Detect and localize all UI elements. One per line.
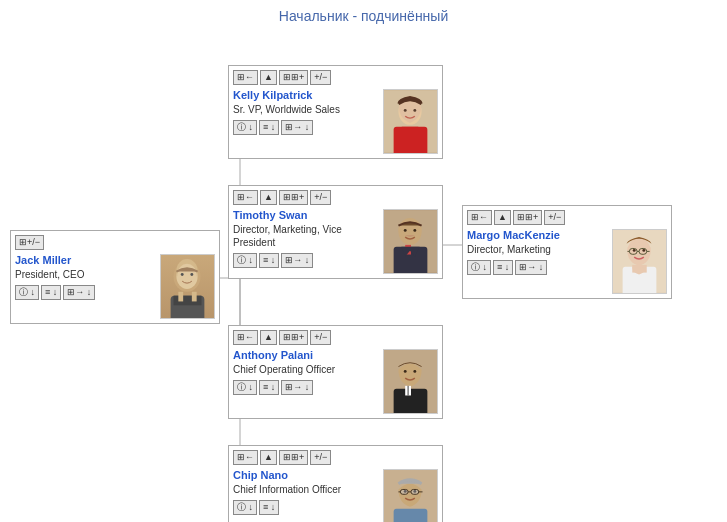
svg-point-35 <box>642 249 645 252</box>
svg-point-17 <box>177 264 196 285</box>
kelly-title: Sr. VP, Worldwide Sales <box>233 103 377 116</box>
margo-list-btn[interactable]: ≡ ↓ <box>493 260 513 275</box>
svg-rect-52 <box>400 489 408 494</box>
jack-btn-diagram[interactable]: ⊞+/− <box>15 235 44 250</box>
anthony-list-btn[interactable]: ≡ ↓ <box>259 380 279 395</box>
chip-toolbar: ⊞← ▲ ⊞⊞+ +/− <box>233 450 438 465</box>
kelly-info-btn[interactable]: ⓘ ↓ <box>233 120 257 135</box>
margo-btn-back[interactable]: ⊞← <box>467 210 492 225</box>
kelly-btn-view[interactable]: ⊞⊞+ <box>279 70 308 85</box>
timothy-btn-pm[interactable]: +/− <box>310 190 331 205</box>
timothy-info-btn[interactable]: ⓘ ↓ <box>233 253 257 268</box>
anthony-photo <box>383 349 438 414</box>
jack-name: Jack Miller <box>15 254 154 266</box>
anthony-name: Anthony Palani <box>233 349 377 361</box>
chip-title: Chief Information Officer <box>233 483 377 496</box>
timothy-btn-up[interactable]: ▲ <box>260 190 277 205</box>
kelly-tree-btn[interactable]: ⊞→ ↓ <box>281 120 313 135</box>
chip-name: Chip Nano <box>233 469 377 481</box>
svg-point-23 <box>404 109 407 112</box>
chip-btn-view[interactable]: ⊞⊞+ <box>279 450 308 465</box>
jack-info-btn[interactable]: ⓘ ↓ <box>15 285 39 300</box>
svg-rect-15 <box>178 292 183 302</box>
kelly-list-btn[interactable]: ≡ ↓ <box>259 120 279 135</box>
jack-list-btn[interactable]: ≡ ↓ <box>41 285 61 300</box>
svg-point-44 <box>404 370 407 373</box>
timothy-name: Timothy Swan <box>233 209 377 221</box>
card-chip: ⊞← ▲ ⊞⊞+ +/− Chip Nano Chief Information… <box>228 445 443 522</box>
svg-rect-25 <box>394 127 428 154</box>
margo-name: Margo MacKenzie <box>467 229 606 241</box>
timothy-btn-view[interactable]: ⊞⊞+ <box>279 190 308 205</box>
anthony-btn-up[interactable]: ▲ <box>260 330 277 345</box>
anthony-btn-pm[interactable]: +/− <box>310 330 331 345</box>
card-jack: ⊞+/− Jack Miller President, CEO ⓘ ↓ ≡ ↓ … <box>10 230 220 324</box>
anthony-toolbar: ⊞← ▲ ⊞⊞+ +/− <box>233 330 438 345</box>
chip-photo <box>383 469 438 522</box>
card-anthony: ⊞← ▲ ⊞⊞+ +/− Anthony Palani Chief Operat… <box>228 325 443 419</box>
margo-toolbar: ⊞← ▲ ⊞⊞+ +/− <box>467 210 667 225</box>
kelly-btn-back[interactable]: ⊞← <box>233 70 258 85</box>
margo-btn-view[interactable]: ⊞⊞+ <box>513 210 542 225</box>
margo-photo <box>612 229 667 294</box>
card-kelly: ⊞← ▲ ⊞⊞+ +/− Kelly Kilpatrick Sr. VP, Wo… <box>228 65 443 159</box>
timothy-title: Director, Marketing, Vice President <box>233 223 377 249</box>
org-chart: ⊞+/− Jack Miller President, CEO ⓘ ↓ ≡ ↓ … <box>0 30 727 520</box>
kelly-toolbar: ⊞← ▲ ⊞⊞+ +/− <box>233 70 438 85</box>
svg-point-18 <box>181 273 184 276</box>
card-timothy: ⊞← ▲ ⊞⊞+ +/− Timothy Swan Director, Mark… <box>228 185 443 279</box>
page-title: Начальник - подчинённый <box>0 0 727 30</box>
anthony-info-btn[interactable]: ⓘ ↓ <box>233 380 257 395</box>
jack-photo <box>160 254 215 319</box>
anthony-title: Chief Operating Officer <box>233 363 377 376</box>
svg-rect-53 <box>411 489 419 494</box>
timothy-btn-back[interactable]: ⊞← <box>233 190 258 205</box>
svg-point-24 <box>413 109 416 112</box>
kelly-btn-up[interactable]: ▲ <box>260 70 277 85</box>
timothy-list-btn[interactable]: ≡ ↓ <box>259 253 279 268</box>
timothy-tree-btn[interactable]: ⊞→ ↓ <box>281 253 313 268</box>
anthony-btn-view[interactable]: ⊞⊞+ <box>279 330 308 345</box>
jack-tree-btn[interactable]: ⊞→ ↓ <box>63 285 95 300</box>
kelly-name: Kelly Kilpatrick <box>233 89 377 101</box>
svg-rect-16 <box>192 292 197 302</box>
margo-btn-pm[interactable]: +/− <box>544 210 565 225</box>
svg-point-45 <box>413 370 416 373</box>
jack-toolbar: ⊞+/− <box>15 235 215 250</box>
svg-point-29 <box>413 229 416 232</box>
chip-list-btn[interactable]: ≡ ↓ <box>259 500 279 515</box>
margo-tree-btn[interactable]: ⊞→ ↓ <box>515 260 547 275</box>
margo-title: Director, Marketing <box>467 243 606 256</box>
timothy-photo <box>383 209 438 274</box>
anthony-btn-back[interactable]: ⊞← <box>233 330 258 345</box>
margo-btn-up[interactable]: ▲ <box>494 210 511 225</box>
svg-rect-57 <box>394 509 428 522</box>
chip-btn-up[interactable]: ▲ <box>260 450 277 465</box>
jack-title: President, CEO <box>15 268 154 281</box>
svg-point-19 <box>190 273 193 276</box>
kelly-photo <box>383 89 438 154</box>
anthony-tree-btn[interactable]: ⊞→ ↓ <box>281 380 313 395</box>
card-margo: ⊞← ▲ ⊞⊞+ +/− Margo MacKenzie Director, M… <box>462 205 672 299</box>
chip-info-btn[interactable]: ⓘ ↓ <box>233 500 257 515</box>
margo-info-btn[interactable]: ⓘ ↓ <box>467 260 491 275</box>
kelly-btn-pm[interactable]: +/− <box>310 70 331 85</box>
svg-point-28 <box>404 229 407 232</box>
chip-btn-back[interactable]: ⊞← <box>233 450 258 465</box>
svg-point-34 <box>633 249 636 252</box>
chip-btn-pm[interactable]: +/− <box>310 450 331 465</box>
svg-rect-14 <box>174 295 202 305</box>
timothy-toolbar: ⊞← ▲ ⊞⊞+ +/− <box>233 190 438 205</box>
